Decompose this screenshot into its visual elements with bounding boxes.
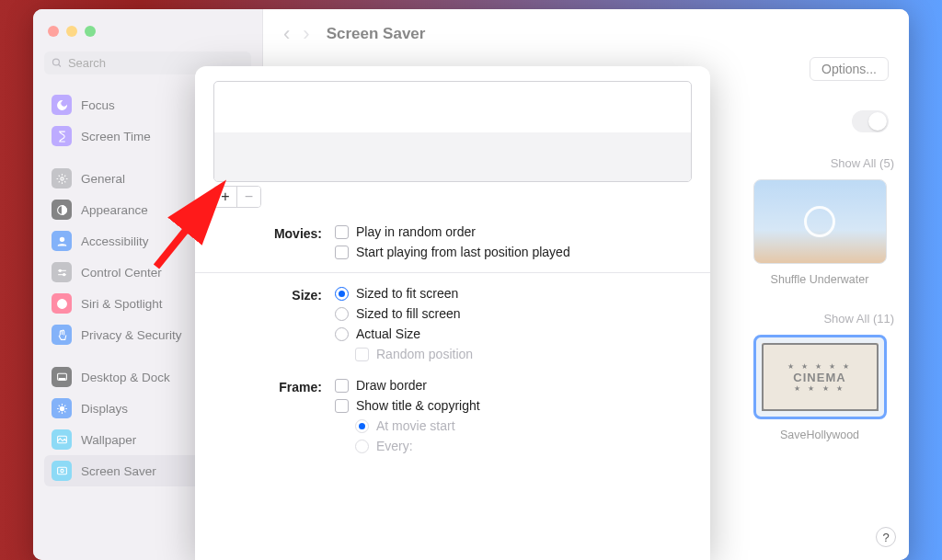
size-actual-radio[interactable]: Actual Size <box>335 326 692 341</box>
svg-point-7 <box>59 269 61 271</box>
size-fit-radio[interactable]: Sized to fit screen <box>335 286 692 301</box>
close-window-button[interactable] <box>48 26 59 37</box>
thumb-label-1: Shuffle Underwater <box>771 273 869 286</box>
every-radio: Every: <box>335 439 692 453</box>
saver-icon <box>52 461 72 481</box>
page-title: Screen Saver <box>327 25 426 43</box>
toggle-knob <box>868 112 887 131</box>
window-controls <box>44 18 251 48</box>
sidebar-item-label: General <box>81 172 125 186</box>
svg-line-1 <box>58 64 60 66</box>
svg-point-0 <box>52 59 59 65</box>
size-label: Size: <box>213 288 335 303</box>
forward-button[interactable]: › <box>303 22 309 46</box>
options-button[interactable]: Options... <box>810 57 889 81</box>
svg-point-9 <box>57 299 66 308</box>
dock-icon <box>52 367 72 387</box>
svg-point-2 <box>60 177 63 179</box>
back-button[interactable]: ‹ <box>283 22 290 46</box>
sidebar-item-label: Focus <box>81 98 115 112</box>
siri-icon <box>52 293 72 314</box>
sidebar-item-label: Desktop & Dock <box>81 371 170 384</box>
sidebar-item-label: Screen Saver <box>81 464 156 478</box>
sidebar-item-label: Accessibility <box>81 234 149 248</box>
hourglass-icon <box>52 126 72 146</box>
sidebar-item-label: Displays <box>81 402 128 416</box>
add-remove-controls: + − <box>213 186 261 208</box>
shuffle-icon <box>804 206 835 237</box>
toggle-switch[interactable] <box>852 110 889 132</box>
add-button[interactable]: + <box>214 187 237 207</box>
random-position-checkbox: Random position <box>335 347 692 361</box>
wallpaper-icon <box>52 429 72 450</box>
options-sheet: + − Movies: Play in random order Start p… <box>195 66 710 560</box>
sidebar-item-label: Siri & Spotlight <box>81 297 163 311</box>
size-fill-radio[interactable]: Sized to fill screen <box>335 306 692 321</box>
sun-icon <box>52 398 72 418</box>
moon-icon <box>52 95 72 115</box>
svg-point-8 <box>63 273 64 275</box>
sidebar-item-label: Screen Time <box>81 130 151 143</box>
screensaver-thumb-savehollywood[interactable]: ★ ★ ★ ★ ★ CINEMA ★ ★ ★ ★ <box>753 335 887 419</box>
show-all-link-1[interactable]: Show All (5) <box>831 156 894 170</box>
remove-button[interactable]: − <box>237 187 260 207</box>
svg-point-12 <box>60 406 63 410</box>
sidebar-item-label: Control Center <box>81 266 162 280</box>
svg-rect-14 <box>57 467 66 474</box>
hand-icon <box>52 325 72 345</box>
at-movie-start-radio: At movie start <box>335 418 692 433</box>
sidebar-item-label: Privacy & Security <box>81 328 182 342</box>
movies-list[interactable] <box>213 81 692 182</box>
draw-border-checkbox[interactable]: Draw border <box>335 378 692 393</box>
movies-label: Movies: <box>213 226 335 241</box>
sidebar-item-label: Wallpaper <box>81 433 136 447</box>
svg-rect-11 <box>59 378 65 380</box>
gear-icon <box>52 168 72 189</box>
thumb-label-2: SaveHollywood <box>780 429 859 441</box>
help-button[interactable]: ? <box>876 527 896 547</box>
switches-icon <box>52 262 72 282</box>
sidebar-item-label: Appearance <box>81 203 148 217</box>
play-random-checkbox[interactable]: Play in random order <box>335 224 692 239</box>
appearance-icon <box>52 200 72 220</box>
svg-point-4 <box>60 237 63 241</box>
resume-position-checkbox[interactable]: Start playing from last position played <box>335 245 692 259</box>
frame-label: Frame: <box>213 380 335 394</box>
person-icon <box>52 231 72 251</box>
show-title-checkbox[interactable]: Show title & copyright <box>335 398 692 413</box>
screensaver-thumb-shuffle-underwater[interactable] <box>753 179 887 264</box>
show-all-link-2[interactable]: Show All (11) <box>823 312 894 326</box>
search-icon <box>52 57 63 69</box>
minimize-window-button[interactable] <box>66 26 77 37</box>
zoom-window-button[interactable] <box>85 26 96 37</box>
svg-point-15 <box>60 469 63 472</box>
